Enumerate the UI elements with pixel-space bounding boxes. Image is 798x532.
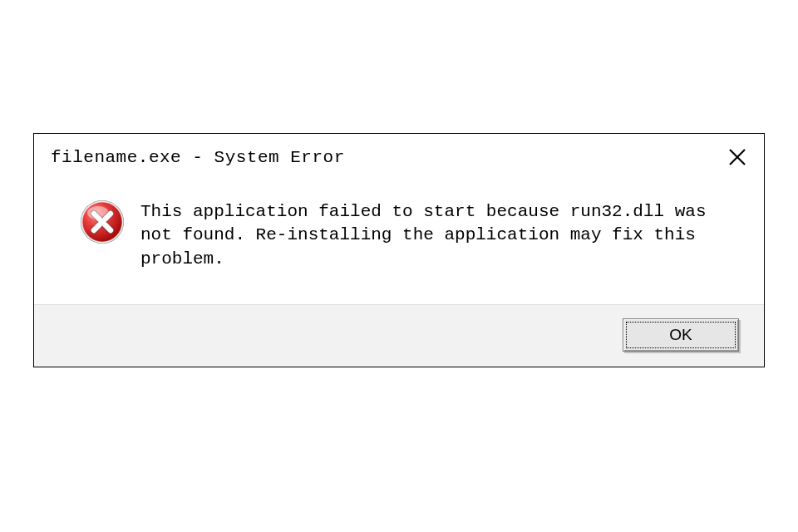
ok-button[interactable]: OK [623,318,739,352]
window-title: filename.exe - System Error [51,148,345,167]
dialog-content: This application failed to start because… [34,177,764,304]
error-dialog: filename.exe - System Error [33,133,765,367]
error-icon [79,199,126,245]
button-bar: OK [34,304,764,367]
title-bar: filename.exe - System Error [34,134,764,177]
error-message: This application failed to start because… [140,199,722,271]
close-icon [728,148,746,166]
close-button[interactable] [726,145,749,169]
